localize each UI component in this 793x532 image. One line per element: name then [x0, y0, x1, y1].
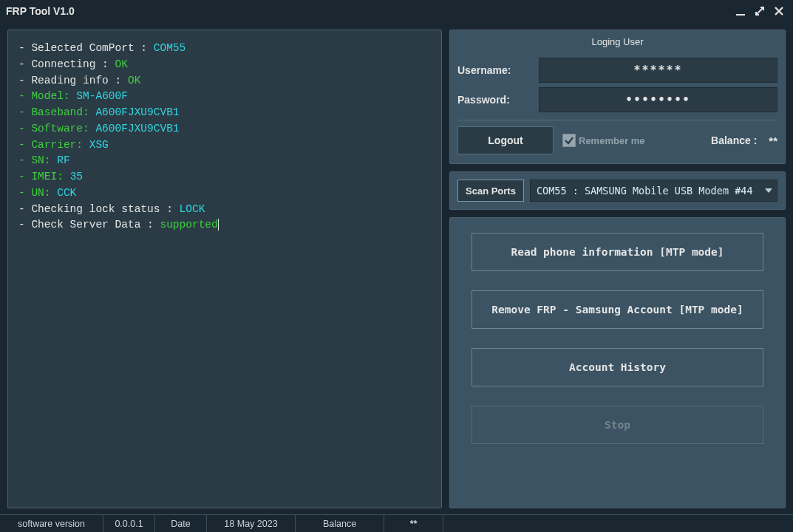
balance-value: ** — [769, 134, 777, 147]
port-select[interactable]: COM55 : SAMSUNG Mobile USB Modem #44 — [530, 180, 777, 202]
right-column: Loging User Username: Password: Logout R… — [449, 30, 786, 508]
logout-button[interactable]: Logout — [457, 126, 554, 154]
log-line: - Connecting : OK — [18, 57, 431, 73]
stop-button: Stop — [472, 406, 763, 444]
divider — [457, 120, 777, 120]
minimize-icon[interactable] — [732, 3, 749, 19]
log-line: - Checking lock status : LOCK — [18, 202, 431, 218]
username-field[interactable] — [539, 58, 777, 83]
maximize-icon[interactable] — [752, 3, 768, 19]
main: - Selected ComPort : COM55- Connecting :… — [0, 22, 793, 514]
log-panel[interactable]: - Selected ComPort : COM55- Connecting :… — [7, 30, 442, 508]
chevron-down-icon — [765, 188, 772, 193]
statusbar: software version 0.0.0.1 Date 18 May 202… — [0, 514, 793, 532]
app-title: FRP Tool V1.0 — [6, 5, 729, 17]
status-balance-value: ** — [384, 515, 443, 532]
text-cursor — [218, 219, 219, 231]
log-line: - Baseband: A600FJXU9CVB1 — [18, 105, 431, 121]
status-date-label: Date — [155, 515, 207, 532]
port-panel: Scan Ports COM55 : SAMSUNG Mobile USB Mo… — [449, 171, 786, 210]
log-line: - Software: A600FJXU9CVB1 — [18, 121, 431, 137]
account-history-button[interactable]: Account History — [472, 348, 763, 386]
status-software-value: 0.0.0.1 — [103, 515, 155, 532]
log-line: - UN: CCK — [18, 185, 431, 202]
log-line: - Reading info : OK — [18, 73, 431, 89]
scan-ports-button[interactable]: Scan Ports — [457, 180, 524, 202]
svg-rect-0 — [736, 14, 745, 16]
log-line: - Model: SM-A600F — [18, 89, 431, 105]
status-balance-label: Balance — [296, 515, 384, 532]
check-icon — [562, 134, 576, 147]
password-field[interactable] — [539, 87, 777, 112]
log-line: - IMEI: 35 — [18, 169, 431, 185]
login-heading: Loging User — [457, 35, 777, 53]
status-date-value: 18 May 2023 — [207, 515, 296, 532]
balance-label: Balance : — [711, 134, 757, 146]
port-select-value: COM55 : SAMSUNG Mobile USB Modem #44 — [537, 185, 753, 197]
close-icon[interactable] — [771, 3, 787, 19]
password-label: Password: — [457, 94, 531, 106]
titlebar: FRP Tool V1.0 — [0, 0, 793, 22]
remember-me-checkbox[interactable]: Remember me — [562, 134, 645, 147]
actions-panel: Read phone information [MTP mode] Remove… — [449, 217, 786, 508]
log-line: - SN: RF — [18, 153, 431, 169]
log-line: - Selected ComPort : COM55 — [18, 41, 431, 57]
remember-me-label: Remember me — [579, 135, 645, 146]
username-label: Username: — [457, 64, 531, 76]
remove-frp-button[interactable]: Remove FRP - Samsung Account [MTP mode] — [472, 290, 763, 329]
read-phone-info-button[interactable]: Read phone information [MTP mode] — [472, 233, 763, 271]
log-line: - Carrier: XSG — [18, 137, 431, 154]
status-software-label: software version — [0, 515, 103, 532]
log-line: - Check Server Data : supported — [18, 217, 431, 233]
login-panel: Loging User Username: Password: Logout R… — [449, 30, 786, 164]
